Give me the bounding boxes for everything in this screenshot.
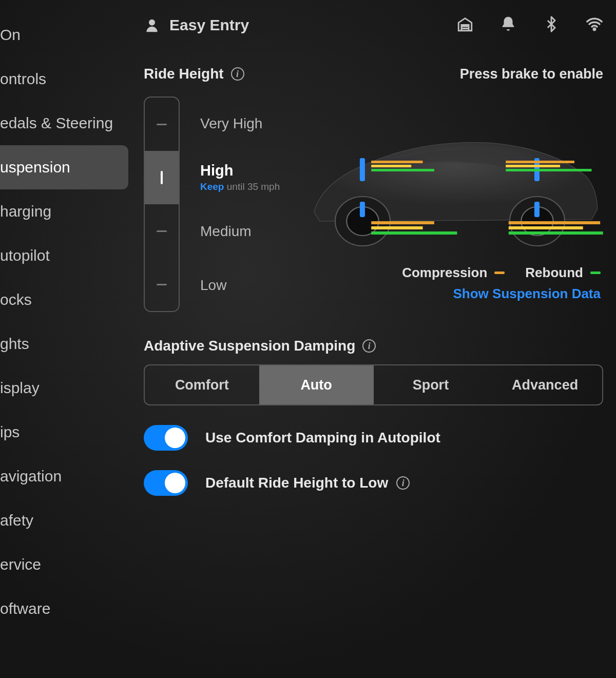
sidebar-item-lights[interactable]: ghts — [0, 322, 128, 366]
toggle-default-low[interactable] — [144, 470, 188, 496]
sidebar-item-display[interactable]: isplay — [0, 366, 128, 410]
toggle-comfort-autopilot-row: Use Comfort Damping in Autopilot — [144, 425, 603, 451]
sidebar-item-controls[interactable]: ontrols — [0, 57, 128, 101]
rebound-legend: Rebound — [525, 265, 601, 281]
damping-option-auto[interactable]: Auto — [259, 365, 374, 404]
height-step-low[interactable] — [145, 258, 179, 311]
damping-mode-selector[interactable]: Comfort Auto Sport Advanced — [144, 364, 603, 405]
svg-rect-18 — [371, 231, 457, 235]
press-brake-note: Press brake to enable — [460, 66, 603, 82]
header: Easy Entry — [144, 15, 603, 35]
info-icon[interactable]: i — [231, 67, 244, 81]
height-label-medium: Medium — [200, 204, 280, 258]
bluetooth-icon[interactable] — [543, 15, 560, 35]
height-label-high: High Keep until 35 mph — [200, 150, 280, 204]
toggle-comfort-autopilot[interactable] — [144, 425, 188, 451]
sidebar-item-on[interactable]: On — [0, 13, 128, 57]
sidebar-item-trips[interactable]: ips — [0, 410, 128, 454]
damping-section: Adaptive Suspension Damping i Comfort Au… — [144, 338, 603, 496]
svg-rect-8 — [360, 202, 365, 217]
svg-rect-10 — [371, 161, 422, 163]
sidebar-item-charging[interactable]: harging — [0, 189, 128, 234]
svg-point-1 — [593, 28, 595, 30]
sidebar-item-service[interactable]: ervice — [0, 543, 128, 587]
car-image — [305, 130, 603, 248]
height-step-high[interactable] — [145, 151, 179, 204]
height-label-very-high: Very High — [200, 96, 280, 150]
main-panel: Easy Entry Ride Height i Press brake to … — [128, 0, 616, 678]
status-icons — [456, 15, 603, 35]
ride-height-slider[interactable] — [144, 96, 180, 312]
wifi-icon[interactable] — [586, 15, 603, 35]
sidebar-item-autopilot[interactable]: utopilot — [0, 234, 128, 278]
profile-button[interactable]: Easy Entry — [144, 16, 249, 34]
svg-rect-16 — [371, 221, 434, 224]
profile-label: Easy Entry — [169, 16, 249, 34]
sidebar-item-navigation[interactable]: avigation — [0, 454, 128, 498]
sidebar-item-suspension[interactable]: uspension — [0, 145, 128, 189]
svg-rect-6 — [360, 158, 365, 181]
toggle-default-low-label: Default Ride Height to Low i — [205, 475, 410, 491]
compression-legend: Compression — [402, 265, 505, 281]
damping-option-sport[interactable]: Sport — [374, 365, 488, 404]
car-visualization: Compression Rebound Show Suspension Data — [295, 96, 603, 312]
height-step-medium[interactable] — [145, 204, 179, 258]
ride-height-panel: Very High High Keep until 35 mph Medium … — [144, 96, 603, 312]
svg-rect-20 — [509, 226, 583, 229]
height-step-very-high[interactable] — [145, 98, 179, 151]
garage-icon[interactable] — [456, 15, 474, 35]
damping-option-comfort[interactable]: Comfort — [145, 365, 259, 404]
sidebar: On ontrols edals & Steering uspension ha… — [0, 0, 128, 678]
damping-option-advanced[interactable]: Advanced — [488, 365, 602, 404]
svg-rect-11 — [371, 165, 411, 167]
ride-height-labels: Very High High Keep until 35 mph Medium … — [195, 96, 280, 312]
ride-height-title: Ride Height i — [144, 66, 244, 82]
ride-height-header: Ride Height i Press brake to enable — [144, 66, 603, 82]
svg-rect-14 — [506, 165, 560, 167]
viz-legend: Compression Rebound Show Suspension Data — [402, 265, 601, 302]
show-suspension-data-link[interactable]: Show Suspension Data — [453, 286, 601, 302]
svg-point-0 — [149, 20, 155, 26]
toggle-comfort-autopilot-label: Use Comfort Damping in Autopilot — [205, 430, 440, 446]
toggle-default-low-row: Default Ride Height to Low i — [144, 470, 603, 496]
svg-rect-12 — [371, 169, 434, 171]
damping-title: Adaptive Suspension Damping i — [144, 338, 603, 354]
svg-rect-17 — [371, 226, 422, 229]
person-icon — [144, 17, 160, 33]
sidebar-item-software[interactable]: oftware — [0, 587, 128, 631]
svg-rect-15 — [506, 169, 591, 171]
sidebar-item-locks[interactable]: ocks — [0, 278, 128, 322]
sidebar-item-safety[interactable]: afety — [0, 498, 128, 543]
svg-rect-13 — [506, 161, 574, 163]
info-icon[interactable]: i — [362, 339, 376, 353]
svg-rect-21 — [509, 231, 603, 235]
svg-rect-9 — [534, 202, 540, 217]
svg-rect-19 — [509, 221, 600, 224]
bell-icon[interactable] — [499, 15, 517, 35]
height-label-low: Low — [200, 258, 280, 312]
info-icon[interactable]: i — [396, 476, 410, 490]
sidebar-item-pedals-steering[interactable]: edals & Steering — [0, 101, 128, 145]
